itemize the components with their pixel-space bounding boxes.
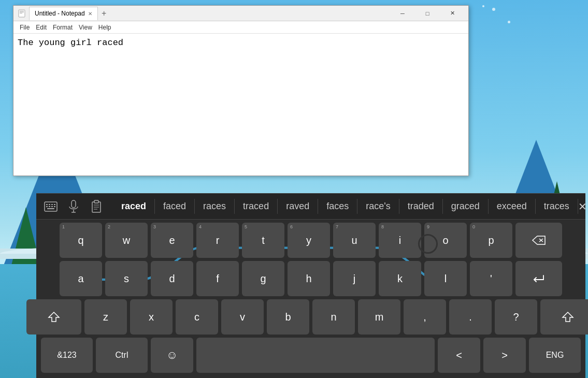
tab-close-button[interactable]: ✕ [88,11,92,17]
suggestion-graced[interactable]: graced [443,199,489,214]
snow-dot [482,5,484,7]
menu-view[interactable]: View [76,24,95,31]
suggestion-faced[interactable]: faced [155,199,195,214]
key-s[interactable]: s [105,261,148,296]
suggestions-bar: raced faced races traced raved faces rac… [36,194,585,220]
keyboard-row-3: z x c v b n m , . [40,299,581,335]
key-lang[interactable]: ENG [529,338,581,373]
key-question[interactable]: ? [495,299,537,335]
key-b[interactable]: b [267,299,309,335]
key-u[interactable]: 7 u [333,223,376,258]
key-w-label: w [123,235,130,246]
suggestion-faces[interactable]: faces [318,199,357,214]
clipboard-icon [91,200,102,213]
menu-file[interactable]: File [17,24,33,31]
key-space[interactable] [196,338,435,373]
key-q-label: q [78,235,83,246]
keyboard-row-bottom: &123 Ctrl ☺ < > ENG [40,338,581,373]
key-e[interactable]: 3 e [151,223,193,258]
key-period[interactable]: . [449,299,492,335]
key-num-1: 1 [62,224,65,229]
key-r[interactable]: 4 r [196,223,239,258]
key-h[interactable]: h [288,261,330,296]
key-p[interactable]: 0 p [470,223,512,258]
key-c-label: c [194,311,199,323]
new-tab-button[interactable]: + [98,7,110,20]
key-x-label: x [149,311,154,323]
key-j[interactable]: j [333,261,376,296]
key-y[interactable]: 6 y [288,223,330,258]
key-l[interactable]: l [424,261,467,296]
notepad-window: Untitled - Notepad ✕ + ─ □ ✕ File Edit F… [13,5,469,176]
key-left-arrow[interactable]: < [438,338,480,373]
key-apostrophe[interactable]: ' [470,261,512,296]
menu-format[interactable]: Format [50,24,76,31]
key-ctrl[interactable]: Ctrl [96,338,148,373]
menu-help[interactable]: Help [95,24,114,31]
key-v[interactable]: v [221,299,264,335]
suggestion-traded[interactable]: traded [399,199,443,214]
suggestion-raved[interactable]: raved [278,199,318,214]
key-d[interactable]: d [151,261,193,296]
key-enter[interactable] [515,261,562,296]
key-backspace[interactable] [515,223,562,258]
key-lang-label: ENG [546,351,564,360]
key-z[interactable]: z [84,299,127,335]
key-num-0: 0 [472,224,475,229]
key-t[interactable]: 5 t [242,223,284,258]
key-num-5: 5 [245,224,247,229]
key-k[interactable]: k [379,261,421,296]
notepad-text-area[interactable]: The young girl raced [13,34,468,176]
shift-icon-left [48,311,60,323]
close-keyboard-button[interactable]: ✕ [578,196,587,217]
key-num-2: 2 [108,224,110,229]
keyboard-row-1: 1 q 2 w 3 e 4 r 5 t 6 y [40,223,581,258]
clipboard-tool-btn[interactable] [86,196,107,217]
suggestion-raced[interactable]: raced [113,199,155,214]
suggestion-exceed[interactable]: exceed [489,199,536,214]
key-right-arrow-label: > [501,350,508,361]
svg-rect-18 [94,200,98,203]
key-num-8: 8 [381,224,384,229]
maximize-button[interactable]: □ [415,6,439,21]
key-o-label: o [442,235,448,246]
key-comma[interactable]: , [404,299,446,335]
keyboard-icon [44,201,58,212]
key-right-arrow[interactable]: > [483,338,526,373]
svg-rect-11 [51,206,53,207]
key-emoji[interactable]: ☺ [151,338,193,373]
key-f[interactable]: f [196,261,239,296]
key-emoji-label: ☺ [166,348,178,362]
key-w[interactable]: 2 w [105,223,148,258]
touch-keyboard: raced faced races traced raved faces rac… [36,193,585,378]
suggestion-traces[interactable]: traces [536,199,578,214]
titlebar-tabs: Untitled - Notepad ✕ + [29,7,391,20]
titlebar: Untitled - Notepad ✕ + ─ □ ✕ [13,6,468,21]
key-shift-left[interactable] [26,299,81,335]
minimize-button[interactable]: ─ [391,6,414,21]
key-n[interactable]: n [312,299,355,335]
notepad-tab[interactable]: Untitled - Notepad ✕ [29,7,98,20]
key-a[interactable]: a [60,261,102,296]
key-ctrl-label: Ctrl [116,351,128,360]
key-x[interactable]: x [130,299,173,335]
svg-rect-1 [20,11,24,11]
suggestion-races[interactable]: races [195,199,235,214]
close-button[interactable]: ✕ [440,6,464,21]
menu-edit[interactable]: Edit [33,24,50,31]
key-m[interactable]: m [358,299,400,335]
key-shift-right[interactable] [540,299,588,335]
suggestion-traced[interactable]: traced [235,199,278,214]
key-g[interactable]: g [242,261,284,296]
key-123-label: &123 [57,351,76,360]
key-i[interactable]: 8 i [379,223,421,258]
key-123[interactable]: &123 [41,338,93,373]
keyboard-tool-btn[interactable] [40,196,61,217]
key-t-label: t [262,235,265,246]
key-c[interactable]: c [176,299,218,335]
mic-tool-btn[interactable] [63,196,84,217]
suggestions-list: raced faced races traced raved faces rac… [113,199,578,214]
key-q[interactable]: 1 q [60,223,102,258]
suggestion-races2[interactable]: race's [357,199,399,214]
svg-rect-9 [46,206,48,207]
